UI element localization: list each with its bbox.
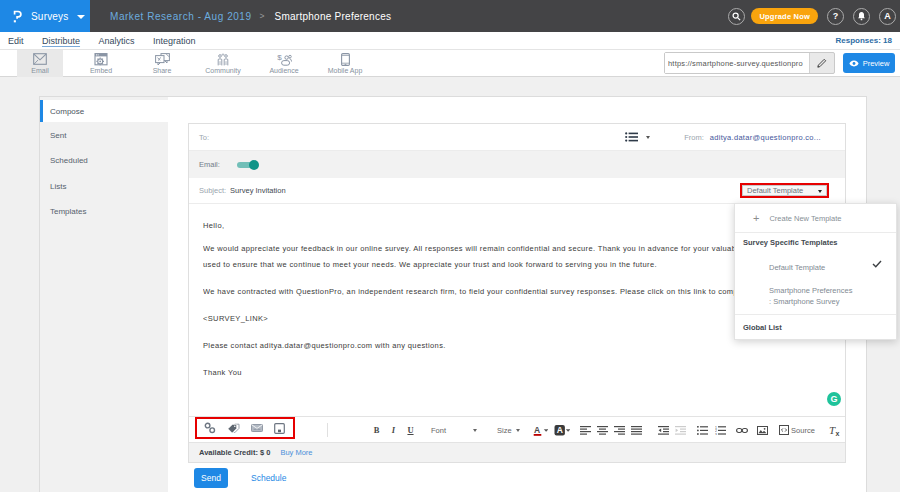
source-button[interactable]: Source [777, 422, 817, 438]
channel-tab-mobile-app[interactable]: Mobile App [322, 50, 368, 76]
survey-template-line1: Smartphone Preferences [769, 286, 896, 297]
sidebar-item-compose[interactable]: Compose [40, 100, 168, 122]
image-icon [757, 426, 768, 435]
channel-tab-label: Community [205, 67, 240, 74]
channel-tab-label: Email [31, 67, 49, 74]
channel-tab-label: Mobile App [328, 67, 363, 74]
available-credit-label: Available Credit: $ 0 [199, 448, 270, 457]
font-caret-icon [473, 429, 477, 432]
community-icon [216, 53, 230, 66]
text-color-button[interactable]: A [529, 422, 551, 438]
survey-url-box [664, 52, 835, 74]
grammarly-icon[interactable]: G [827, 392, 841, 406]
editor-toolbar: B I U Font Size A A 123 [189, 416, 845, 442]
select-caret-icon [818, 190, 822, 193]
pencil-icon [817, 58, 827, 68]
underline-button[interactable]: U [402, 422, 419, 438]
bullet-list-button[interactable] [694, 422, 711, 438]
global-list-header[interactable]: Global List [735, 315, 896, 339]
numbered-list-icon: 123 [715, 426, 726, 435]
schedule-link[interactable]: Schedule [251, 473, 286, 483]
increase-indent-icon [675, 426, 686, 435]
bold-label: B [374, 425, 380, 435]
survey-template-option[interactable]: Smartphone Preferences : Smartphone Surv… [735, 286, 896, 314]
questionpro-logo-icon [13, 10, 22, 23]
buy-more-link[interactable]: Buy More [280, 448, 312, 457]
channel-tab-label: Share [153, 67, 172, 74]
help-button[interactable]: ? [827, 8, 844, 25]
nav-item-integration[interactable]: Integration [153, 36, 196, 46]
to-row-right: From: aditya.datar@questionpro.co... [625, 132, 835, 142]
template-select[interactable]: Default Template [742, 185, 827, 196]
align-left-button[interactable] [577, 422, 594, 438]
numbered-list-button[interactable]: 123 [712, 422, 729, 438]
channel-tab-label: Audience [269, 67, 298, 74]
channel-tab-label: Embed [90, 67, 112, 74]
survey-url-input[interactable] [665, 53, 810, 73]
notifications-button[interactable] [853, 8, 870, 25]
chain-link-icon [736, 427, 748, 434]
insert-embed-icon[interactable] [272, 420, 288, 436]
sidebar-item-templates[interactable]: Templates [40, 199, 168, 224]
email-toggle-label: Email: [199, 160, 220, 169]
insert-tag-icon[interactable] [225, 420, 241, 436]
nav-item-distribute[interactable]: Distribute [42, 36, 80, 46]
svg-text:A: A [534, 425, 540, 435]
insert-link-button[interactable] [733, 422, 750, 438]
sidebar-item-scheduled[interactable]: Scheduled [40, 148, 168, 173]
email-toggle[interactable] [237, 162, 256, 168]
insert-email-icon[interactable] [249, 420, 265, 436]
align-center-button[interactable] [594, 422, 611, 438]
default-template-option[interactable]: Default Template [735, 256, 896, 278]
increase-indent-button-disabled [672, 422, 689, 438]
edit-url-button[interactable] [810, 58, 834, 68]
search-button[interactable] [728, 8, 745, 25]
source-code-icon [779, 425, 789, 435]
breadcrumb-separator: > [260, 11, 265, 21]
align-right-button[interactable] [611, 422, 628, 438]
breadcrumb-page-name: Smartphone Preferences [275, 11, 392, 22]
sidebar-item-sent[interactable]: Sent [40, 123, 168, 148]
create-new-template-item[interactable]: + Create New Template [735, 204, 896, 232]
background-color-button[interactable]: A [551, 422, 573, 438]
decrease-indent-button[interactable] [655, 422, 672, 438]
channel-tab-audience[interactable]: $Audience [261, 50, 307, 76]
font-dropdown[interactable]: Font [427, 422, 481, 438]
insert-link-icon[interactable] [202, 420, 218, 436]
to-row[interactable]: To: From: aditya.datar@questionpro.co... [189, 124, 845, 151]
upgrade-now-button[interactable]: Upgrade Now [751, 8, 818, 24]
remove-format-button[interactable]: Tx [826, 422, 843, 438]
from-email[interactable]: aditya.datar@questionpro.co... [710, 133, 821, 142]
search-icon [732, 12, 741, 21]
size-dropdown[interactable]: Size [493, 422, 523, 438]
align-center-icon [597, 426, 608, 435]
send-button[interactable]: Send [194, 468, 228, 488]
breadcrumb-survey-name[interactable]: Market Research - Aug 2019 [110, 11, 252, 22]
channel-tab-community[interactable]: Community [200, 50, 246, 76]
italic-button[interactable]: I [385, 422, 402, 438]
responses-count[interactable]: Responses: 18 [836, 36, 892, 45]
template-dropdown-menu: + Create New Template Survey Specific Te… [734, 203, 897, 340]
bold-button[interactable]: B [368, 422, 385, 438]
list-caret-icon[interactable] [646, 136, 650, 139]
preview-button[interactable]: Preview [843, 53, 895, 73]
to-label: To: [199, 133, 209, 142]
sidebar-item-lists[interactable]: Lists [40, 174, 168, 199]
align-justify-button[interactable] [628, 422, 645, 438]
nav-item-edit[interactable]: Edit [8, 36, 24, 46]
background-color-icon: A [554, 424, 570, 436]
nav-item-analytics[interactable]: Analytics [99, 36, 135, 46]
subject-row: Subject: Survey Invitation Default Templ… [189, 178, 845, 204]
channel-tab-email[interactable]: Email [17, 50, 63, 77]
subject-label: Subject: [199, 186, 226, 195]
page-background: ComposeSentScheduledListsTemplates To: F… [0, 77, 900, 492]
svg-text:A: A [557, 425, 563, 435]
logo-area[interactable]: Surveys [0, 0, 90, 32]
channel-tab-embed[interactable]: Embed [78, 50, 124, 76]
select-list-icon[interactable] [625, 132, 638, 142]
insert-image-button[interactable] [754, 422, 771, 438]
embed-icon [94, 53, 108, 66]
subject-value[interactable]: Survey Invitation [230, 186, 285, 195]
account-button[interactable]: A [879, 8, 896, 25]
channel-tab-share[interactable]: Share [139, 50, 185, 76]
